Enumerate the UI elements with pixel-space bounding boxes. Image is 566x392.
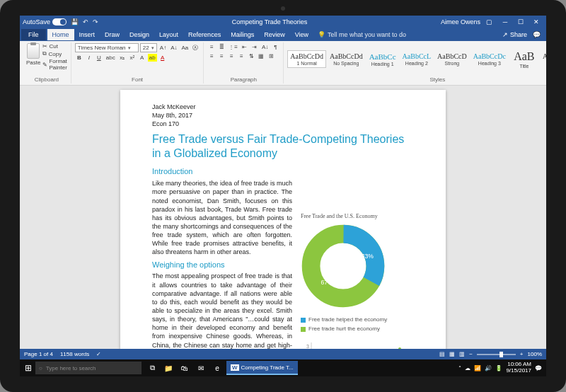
user-name[interactable]: Aimee Owens xyxy=(441,18,480,25)
store-icon[interactable]: 🛍 xyxy=(177,361,192,375)
style-normal[interactable]: AaBbCcDd1 Normal xyxy=(287,50,326,68)
start-button[interactable]: ⊞ xyxy=(21,363,35,373)
bold-button[interactable]: B xyxy=(75,54,83,62)
zoom-out-button[interactable]: − xyxy=(469,351,473,357)
tab-home[interactable]: Home xyxy=(47,29,74,40)
subscript-button[interactable]: x₂ xyxy=(118,54,127,62)
tab-insert[interactable]: Insert xyxy=(74,29,100,40)
align-left-button[interactable]: ≡ xyxy=(207,52,216,60)
task-view-icon[interactable]: ⧉ xyxy=(144,361,160,375)
save-icon[interactable]: 💾 xyxy=(71,18,79,25)
share-button[interactable]: ↗ Share xyxy=(502,31,527,38)
tab-view[interactable]: View xyxy=(290,29,313,40)
justify-button[interactable]: ≡ xyxy=(237,52,246,60)
numbering-button[interactable]: ≣ xyxy=(217,43,226,51)
shading-button[interactable]: ▦ xyxy=(257,52,265,60)
tab-file[interactable]: File xyxy=(21,29,46,40)
strikethrough-button[interactable]: abc xyxy=(105,54,117,62)
svg-text:33%: 33% xyxy=(362,253,374,260)
copy-icon: ⧉ xyxy=(42,50,47,57)
comments-icon[interactable]: 💬 xyxy=(533,31,541,38)
cut-button[interactable]: ✂Cut xyxy=(42,43,67,50)
font-size-dropdown[interactable]: 22 xyxy=(140,43,157,52)
document-page[interactable]: Jack McKeever May 8th, 2017 Econ 170 Fre… xyxy=(120,90,446,349)
zoom-level[interactable]: 100% xyxy=(528,351,542,357)
onedrive-icon[interactable]: ☁ xyxy=(465,365,470,371)
shrink-font-button[interactable]: A↓ xyxy=(169,44,178,52)
align-right-button[interactable]: ≡ xyxy=(227,52,236,60)
highlight-button[interactable]: ab xyxy=(148,54,157,62)
action-center-icon[interactable]: 💬 xyxy=(535,365,542,371)
scissors-icon: ✂ xyxy=(42,43,47,50)
maximize-button[interactable]: ☐ xyxy=(514,18,528,25)
tell-me-search[interactable]: 💡Tell me what you want to do xyxy=(318,31,406,38)
tab-references[interactable]: References xyxy=(183,29,226,40)
edge-icon[interactable]: e xyxy=(209,361,225,375)
change-case-button[interactable]: Aa xyxy=(180,44,190,52)
taskbar: ⊞ ○Type here to search ⧉ 📁 🛍 ✉ e WCompet… xyxy=(20,359,546,376)
tray-up-icon[interactable]: ˄ xyxy=(458,365,461,371)
style-strong[interactable]: AaBbCcDStrong xyxy=(434,50,470,68)
italic-button[interactable]: I xyxy=(85,54,93,62)
tab-review[interactable]: Review xyxy=(259,29,290,40)
volume-icon[interactable]: 🔊 xyxy=(485,365,492,371)
read-mode-icon[interactable]: ▤ xyxy=(439,351,445,357)
font-name-dropdown[interactable]: Times New Roman xyxy=(75,43,139,52)
grow-font-button[interactable]: A↑ xyxy=(158,44,168,52)
increase-indent-button[interactable]: ⇥ xyxy=(250,43,259,51)
tab-design[interactable]: Design xyxy=(125,29,154,40)
undo-icon[interactable]: ↶ xyxy=(83,18,88,25)
clear-formatting-button[interactable]: Ⓐ xyxy=(191,43,200,52)
style-subtitle[interactable]: AaBbCcDdSubtitle xyxy=(540,50,546,68)
superscript-button[interactable]: x² xyxy=(128,54,137,62)
mail-icon[interactable]: ✉ xyxy=(193,361,209,375)
word-count[interactable]: 1158 words xyxy=(60,351,89,357)
font-color-button[interactable]: A xyxy=(158,54,167,62)
show-marks-button[interactable]: ¶ xyxy=(271,43,279,51)
minimize-button[interactable]: ─ xyxy=(498,18,512,25)
clock[interactable]: 10:06 AM 9/15/2017 xyxy=(506,362,531,374)
tab-draw[interactable]: Draw xyxy=(100,29,125,40)
multilevel-button[interactable]: ⋮≡ xyxy=(227,43,239,51)
page-indicator[interactable]: Page 1 of 4 xyxy=(24,351,53,357)
quick-access-toolbar: 💾 ↶ ↷ xyxy=(71,18,98,25)
document-title: Competing Trade Theories xyxy=(98,18,441,25)
format-painter-button[interactable]: ✎Format Painter xyxy=(42,58,67,71)
zoom-slider[interactable] xyxy=(477,354,516,355)
spell-check-icon[interactable]: ✓ xyxy=(96,351,101,357)
web-layout-icon[interactable]: ▥ xyxy=(459,351,465,357)
explorer-icon[interactable]: 📁 xyxy=(161,361,176,375)
title-bar: AutoSave 💾 ↶ ↷ Competing Trade Theories … xyxy=(20,16,546,28)
bullets-button[interactable]: ≡ xyxy=(207,43,216,51)
group-styles: AaBbCcDd1 Normal AaBbCcDdNo Spacing AaBb… xyxy=(284,42,546,83)
line-spacing-button[interactable]: ⇅ xyxy=(247,52,255,60)
autosave-toggle[interactable]: AutoSave xyxy=(23,18,67,25)
ribbon-options-icon[interactable]: ▢ xyxy=(486,18,492,25)
sort-button[interactable]: A↓ xyxy=(260,43,270,51)
svg-text:67%: 67% xyxy=(321,279,334,286)
style-title[interactable]: AaBTitle xyxy=(509,48,539,71)
tab-layout[interactable]: Layout xyxy=(154,29,183,40)
borders-button[interactable]: ⊞ xyxy=(267,52,275,60)
redo-icon[interactable]: ↷ xyxy=(93,18,98,25)
taskbar-search[interactable]: ○Type here to search xyxy=(35,362,142,374)
course-line: Econ 170 xyxy=(152,120,414,128)
paste-button[interactable]: Paste xyxy=(26,43,40,71)
decrease-indent-button[interactable]: ⇤ xyxy=(241,43,249,51)
style-heading-1[interactable]: AaBbCcHeading 1 xyxy=(366,50,399,69)
document-area[interactable]: Jack McKeever May 8th, 2017 Econ 170 Fre… xyxy=(20,86,546,349)
zoom-in-button[interactable]: + xyxy=(520,351,524,357)
tab-mailings[interactable]: Mailings xyxy=(226,29,259,40)
style-heading-3[interactable]: AaBbCcDcHeading 3 xyxy=(470,50,509,68)
battery-icon[interactable]: 🔋 xyxy=(495,365,502,371)
print-layout-icon[interactable]: ▦ xyxy=(449,351,455,357)
close-button[interactable]: ✕ xyxy=(529,18,543,25)
style-heading-2[interactable]: AaBbCcLHeading 2 xyxy=(400,50,434,68)
style-no-spacing[interactable]: AaBbCcDdNo Spacing xyxy=(327,50,366,68)
copy-button[interactable]: ⧉Copy xyxy=(42,50,67,57)
text-effects-button[interactable]: A xyxy=(138,54,146,62)
align-center-button[interactable]: ≡ xyxy=(217,52,226,60)
underline-button[interactable]: U xyxy=(95,54,103,62)
taskbar-word-app[interactable]: WCompeting Trade T... xyxy=(226,361,298,375)
wifi-icon[interactable]: 📶 xyxy=(474,365,481,371)
